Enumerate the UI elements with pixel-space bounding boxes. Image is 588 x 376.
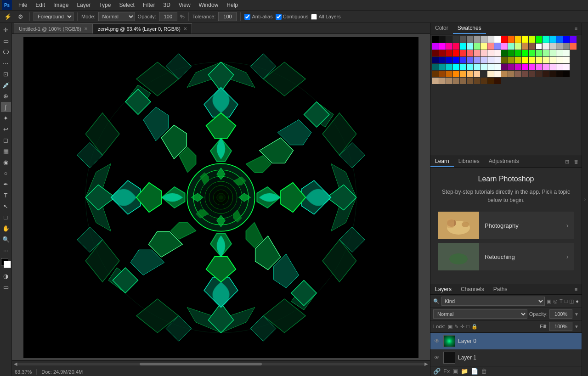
swatch[interactable]: [515, 36, 521, 43]
swatch[interactable]: [563, 36, 570, 43]
photography-arrow-icon[interactable]: ›: [560, 222, 574, 229]
swatch[interactable]: [487, 36, 494, 43]
layers-panel-menu[interactable]: ≡: [572, 286, 580, 293]
create-group-icon[interactable]: 📁: [461, 368, 468, 375]
swatch[interactable]: [508, 64, 514, 70]
swatch[interactable]: [522, 43, 528, 50]
swatch[interactable]: [563, 43, 570, 50]
swatch[interactable]: [529, 50, 535, 56]
swatch[interactable]: [529, 71, 535, 77]
canvas-wrapper[interactable]: [12, 34, 430, 360]
swatch[interactable]: [536, 50, 542, 56]
swatch[interactable]: [515, 64, 521, 70]
zoom-tool[interactable]: 🔍: [1, 234, 11, 244]
anti-alias-check[interactable]: Anti-alias: [244, 14, 272, 20]
swatch[interactable]: [474, 43, 480, 50]
layer1-visibility-toggle[interactable]: 👁: [433, 354, 441, 361]
smart-filter-icon[interactable]: ◫: [569, 298, 574, 304]
swatch[interactable]: [446, 71, 452, 77]
swatch[interactable]: [522, 71, 528, 77]
menu-window[interactable]: Window: [195, 1, 222, 9]
swatch[interactable]: [549, 57, 556, 63]
swatch[interactable]: [570, 36, 577, 43]
swatch[interactable]: [460, 43, 466, 50]
swatch[interactable]: [508, 50, 514, 56]
tab-learn[interactable]: Learn: [430, 156, 454, 167]
swatch[interactable]: [481, 57, 487, 63]
swatch[interactable]: [570, 43, 577, 50]
swatch[interactable]: [529, 57, 535, 63]
swatch[interactable]: [439, 50, 446, 56]
menu-file[interactable]: File: [15, 1, 31, 9]
swatch[interactable]: [474, 78, 480, 84]
tool-options-icon[interactable]: ⚙: [16, 11, 26, 22]
swatch[interactable]: [501, 36, 508, 43]
swatch[interactable]: [543, 57, 549, 63]
swatch[interactable]: [439, 36, 446, 43]
swatch[interactable]: [481, 36, 487, 43]
swatch[interactable]: [556, 36, 563, 43]
blend-mode-dropdown[interactable]: Normal: [433, 309, 527, 319]
swatch[interactable]: [494, 78, 501, 84]
swatch[interactable]: [501, 57, 508, 63]
swatch[interactable]: [453, 64, 459, 70]
swatch[interactable]: [453, 78, 459, 84]
swatch[interactable]: [549, 50, 556, 56]
swatch[interactable]: [536, 57, 542, 63]
swatch[interactable]: [515, 57, 521, 63]
magic-wand-icon[interactable]: ⚡: [3, 11, 13, 22]
swatch[interactable]: [460, 36, 466, 43]
scrollbar-track-h[interactable]: [17, 363, 424, 365]
path-selection-tool[interactable]: ↖: [1, 201, 11, 211]
swatch[interactable]: [494, 43, 501, 50]
horizontal-scrollbar[interactable]: ◀ ▶: [12, 360, 430, 367]
swatch[interactable]: [460, 64, 466, 70]
delete-layer-icon[interactable]: 🗑: [481, 368, 487, 375]
swatch[interactable]: [481, 78, 487, 84]
swatch[interactable]: [474, 64, 480, 70]
swatch[interactable]: [481, 43, 487, 50]
all-layers-check[interactable]: All Layers: [311, 14, 340, 20]
swatch[interactable]: [494, 50, 501, 56]
swatch[interactable]: [501, 64, 508, 70]
panel-menu-icon[interactable]: ≡: [572, 25, 580, 32]
menu-view[interactable]: View: [175, 1, 194, 9]
swatch[interactable]: [467, 71, 473, 77]
swatch[interactable]: [536, 64, 542, 70]
swatch[interactable]: [439, 64, 446, 70]
swatch[interactable]: [556, 50, 563, 56]
layer-vis-dot[interactable]: ●: [576, 298, 579, 304]
swatch[interactable]: [515, 43, 521, 50]
swatch[interactable]: [556, 71, 563, 77]
swatch[interactable]: [494, 71, 501, 77]
swatch[interactable]: [432, 57, 439, 63]
swatch[interactable]: [432, 64, 439, 70]
menu-type[interactable]: Type: [95, 1, 114, 9]
scrollbar-thumb-h[interactable]: [140, 363, 262, 365]
lasso-tool[interactable]: [1, 47, 11, 57]
swatch[interactable]: [494, 57, 501, 63]
opacity-input[interactable]: [159, 12, 177, 21]
tab-adjustments[interactable]: Adjustments: [484, 156, 524, 167]
eraser-tool[interactable]: ◻: [1, 135, 11, 145]
learn-panel-trash[interactable]: 🗑: [572, 158, 580, 165]
blur-tool[interactable]: ◉: [1, 157, 11, 167]
swatch[interactable]: [439, 57, 446, 63]
swatch[interactable]: [460, 78, 466, 84]
swatch[interactable]: [439, 71, 446, 77]
layer-item-layer1[interactable]: 👁 Layer 1: [430, 349, 582, 366]
shape-filter-icon[interactable]: □: [565, 298, 568, 304]
menu-filter[interactable]: Filter: [139, 1, 159, 9]
swatch[interactable]: [474, 36, 480, 43]
eyedropper-tool[interactable]: 💉: [1, 80, 11, 90]
swatch[interactable]: [487, 71, 494, 77]
tab-layers[interactable]: Layers: [430, 284, 456, 294]
scroll-right-arrow[interactable]: ▶: [424, 361, 428, 366]
swatch[interactable]: [446, 64, 452, 70]
tutorial-card-photography[interactable]: Photography ›: [438, 212, 574, 239]
swatch[interactable]: [563, 50, 570, 56]
swatch[interactable]: [439, 43, 446, 50]
layer-item-layer0[interactable]: 👁 Layer 0: [430, 333, 582, 349]
swatch[interactable]: [549, 64, 556, 70]
tab-untitled[interactable]: Untitled-1 @ 100% (RGB/8) ✕: [14, 23, 93, 34]
